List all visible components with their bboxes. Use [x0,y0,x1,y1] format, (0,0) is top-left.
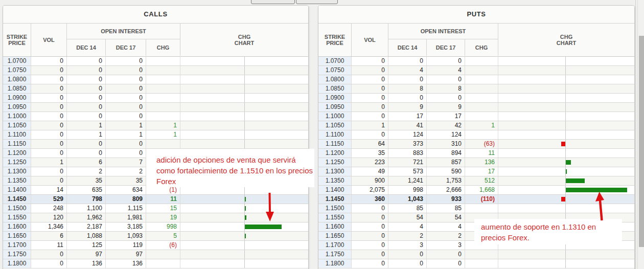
chart-axis-line [244,94,245,102]
volume-cell: 529 [31,195,67,204]
strike-price-cell: 1.1350 [318,176,352,185]
open-interest-dec14-cell: 0 [388,94,427,102]
table-row[interactable]: 1.175009797 [3,250,308,259]
table-row[interactable]: 1.18000136136 [3,259,308,268]
volume-cell: 0 [31,250,67,259]
table-row[interactable]: 1.13004957359017 [318,167,634,176]
volume-cell: 0 [31,149,67,158]
open-interest-dec14-cell: 0 [67,84,106,93]
table-row[interactable]: 1.11000111 [3,130,308,140]
strike-price-cell: 1.1000 [3,112,31,121]
strike-price-cell: 1.0750 [318,66,352,75]
strike-price-cell: 1.0900 [318,94,352,102]
strike-price-cell: 1.1800 [3,259,31,268]
table-row[interactable]: 1.14002,0759982,6661,668 [318,186,634,195]
table-row[interactable]: 1.100001717 [318,112,634,121]
open-interest-dec14-cell: 124 [388,130,427,139]
table-row[interactable]: 1.115064373310(63) [318,140,634,149]
table-row[interactable]: 1.0750044 [318,66,634,75]
chg-chart-cell [180,103,308,111]
table-row[interactable]: 1.0950000 [3,103,308,112]
open-interest-dec14-cell: 125 [67,241,106,250]
vertical-scrollbar[interactable] [637,0,644,269]
chg-cell [146,75,180,84]
chart-axis-line [565,94,566,102]
chart-axis-line [565,130,566,139]
table-row[interactable]: 1.0900000 [3,94,308,103]
volume-cell: 0 [31,259,67,268]
open-interest-dec14-cell: 1,088 [67,232,106,240]
table-row[interactable]: 1.1750000 [318,250,634,259]
table-row[interactable]: 1.1150000 [3,140,308,149]
table-row[interactable]: 1.165061,0881,0935 [3,232,308,241]
open-interest-dec14-cell: 9 [388,103,427,111]
table-row[interactable]: 1.12003588389411 [318,149,634,158]
volume-cell: 0 [352,222,388,231]
table-row[interactable]: 1.13509001,2411,753512 [318,176,634,186]
page-edge-divider [635,0,636,269]
chg-bar-negative [561,197,565,201]
table-row[interactable]: 1.0900000 [318,94,634,103]
table-row[interactable]: 1.150008585 [318,204,634,213]
table-row[interactable]: 1.16001,3462,1873,185998 [3,222,308,232]
strike-price-cell: 1.0800 [3,75,31,84]
strike-price-cell: 1.1650 [3,232,31,240]
chg-chart-cell [180,112,308,121]
table-row[interactable]: 1.0700000 [318,57,634,66]
puts-title: PUTS [318,6,634,24]
chg-cell [146,84,180,93]
table-row[interactable]: 1.10500111 [3,121,308,130]
toolbar-button[interactable] [251,0,295,4]
chg-chart-cell [180,130,308,139]
strike-price-cell: 1.0950 [318,103,352,111]
open-interest-dec17-cell: 97 [106,250,146,259]
chg-cell [465,112,498,121]
chg-chart-cell [498,195,634,204]
open-interest-dec17-cell: 0 [427,57,465,65]
open-interest-dec17-cell: 2 [106,167,146,176]
table-row[interactable]: 1.0950099 [318,103,634,112]
volume-cell: 120 [31,213,67,222]
table-row[interactable]: 1.1250223721857136 [318,158,634,167]
volume-cell: 0 [352,57,388,65]
open-interest-dec17-cell: 119 [106,241,146,250]
open-interest-dec14-cell: 2,187 [67,222,106,231]
table-row[interactable]: 1.14503601,043933(110) [318,195,634,204]
chart-axis-line [244,250,245,259]
chg-cell: (110) [465,195,498,204]
table-row[interactable]: 1.0700000 [3,57,308,66]
scrollbar-thumb[interactable] [639,36,644,247]
table-row[interactable]: 1.11000124124 [318,130,634,140]
dec17-header: DEC 17 [427,39,465,56]
chg-cell [146,103,180,111]
strike-price-cell: 1.1300 [3,167,31,176]
annotation-puts: aumento de soporte en 1.1310 en precios … [474,219,622,244]
open-interest-dec17-cell: 0 [106,84,146,93]
table-row[interactable]: 1.0750000 [3,66,308,75]
table-row[interactable]: 1.0800000 [318,75,634,84]
chart-axis-line [244,66,245,75]
open-interest-dec17-cell: 35 [106,176,146,185]
table-row[interactable]: 1.1050141421 [318,121,634,130]
table-row[interactable]: 1.170011125119(6) [3,241,308,250]
volume-cell: 0 [352,213,388,222]
chg-chart-cell [180,75,308,84]
open-interest-dec17-cell: 0 [427,75,465,84]
open-interest-dec14-cell: 0 [388,250,427,259]
chg-cell: 19 [146,213,180,222]
open-interest-dec17-cell: 4 [427,66,465,75]
open-interest-dec14-cell: 1,962 [67,213,106,222]
strike-price-cell: 1.1250 [318,158,352,167]
chg-cell: 11 [465,149,498,158]
toolbar-button[interactable] [296,0,338,4]
table-row[interactable]: 1.0800000 [3,75,308,84]
volume-header: VOL [352,24,388,56]
strike-price-cell: 1.0750 [3,66,31,75]
table-row[interactable]: 1.1000000 [3,112,308,121]
table-row[interactable]: 1.1800000 [318,259,634,268]
open-interest-dec14-cell: 0 [67,103,106,111]
table-row[interactable]: 1.0850088 [318,84,634,94]
table-row[interactable]: 1.0850000 [3,84,308,94]
strike-price-cell: 1.1600 [318,222,352,231]
strike-price-cell: 1.1450 [3,195,31,204]
